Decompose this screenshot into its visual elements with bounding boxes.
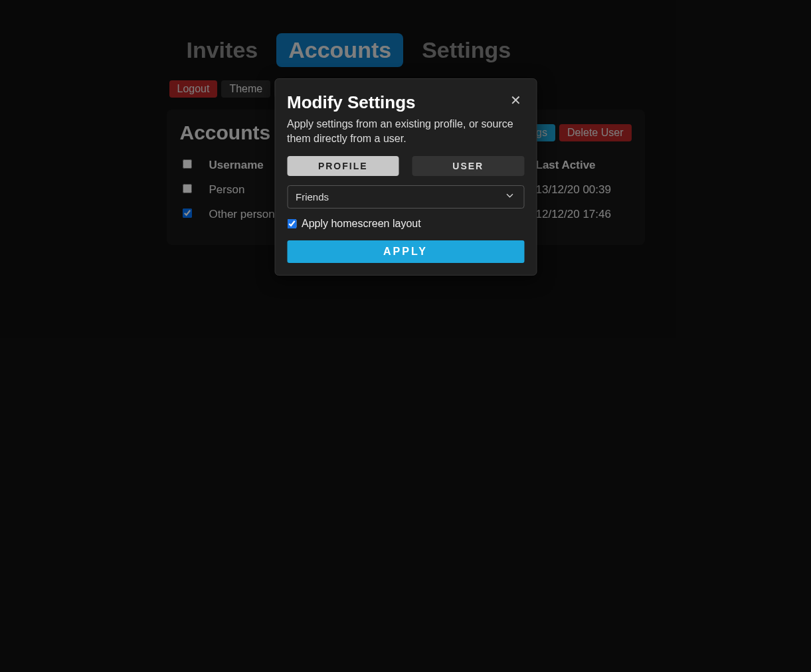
modal-header: Modify Settings ✕: [287, 92, 524, 113]
modal-description: Apply settings from an existing profile,…: [287, 117, 524, 147]
profile-select[interactable]: Friends: [287, 185, 524, 209]
apply-homescreen-checkbox-row[interactable]: Apply homescreen layout: [287, 218, 524, 230]
apply-button[interactable]: APPLY: [287, 240, 524, 263]
chevron-down-icon: [503, 190, 515, 204]
toggle-profile[interactable]: PROFILE: [287, 156, 399, 176]
profile-select-value: Friends: [296, 191, 329, 203]
apply-homescreen-label: Apply homescreen layout: [302, 218, 421, 230]
modal-title: Modify Settings: [287, 92, 416, 113]
source-toggle: PROFILE USER: [287, 156, 524, 176]
close-icon[interactable]: ✕: [507, 92, 524, 108]
apply-homescreen-checkbox[interactable]: [287, 219, 296, 228]
toggle-user[interactable]: USER: [412, 156, 525, 176]
modify-settings-modal: Modify Settings ✕ Apply settings from an…: [274, 78, 537, 276]
